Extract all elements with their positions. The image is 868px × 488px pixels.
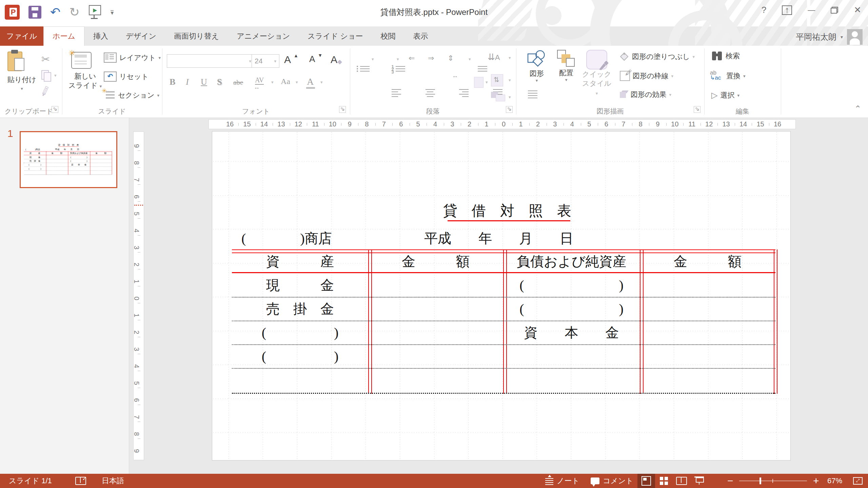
align-left-icon[interactable] [392,88,401,97]
line-spacing-dropdown-icon[interactable]: ▾ [469,57,471,62]
table-cell[interactable] [24,170,46,175]
tab-design[interactable]: デザイン [117,26,165,46]
table-cell[interactable]: ( ) [24,167,46,170]
header-liabilities[interactable]: 負債および純資産 [68,151,90,155]
table-cell[interactable] [68,170,90,175]
table-cell[interactable]: 売 掛 金 [24,159,46,163]
table-cell[interactable] [46,167,68,170]
numbering-dropdown-icon[interactable]: ▾ [397,57,399,62]
paragraph-dialog-launcher-icon[interactable]: ⇘ [506,106,513,113]
decrease-indent-icon[interactable]: ⇐ [409,54,415,63]
table-cell[interactable]: ( ) [68,159,90,163]
restore-icon[interactable] [831,7,838,14]
tab-view[interactable]: 表示 [404,26,437,46]
table-cell[interactable] [90,167,112,170]
bold-button[interactable]: B [170,77,175,87]
header-amount-2[interactable]: 金 額 [640,251,775,272]
clipboard-dialog-launcher-icon[interactable]: ⇘ [52,106,58,113]
sheet-title[interactable]: 貸 借 対 照 表 [434,201,580,220]
table-cell[interactable] [640,297,775,321]
date-line[interactable]: 平成 年 月 日 [55,148,79,151]
header-liabilities[interactable]: 負債および純資産 [503,251,640,272]
shrink-font-button[interactable]: A▼ [309,54,322,64]
increase-indent-icon[interactable]: ⇒ [428,54,434,63]
tab-animations[interactable]: アニメーション [228,26,299,46]
table-cell[interactable] [90,159,112,163]
collapse-ribbon-icon[interactable]: ⌃ [854,104,861,114]
table-cell[interactable]: ( ) [24,163,46,166]
table-cell[interactable] [368,344,503,368]
font-name-dropdown-icon[interactable]: ▾ [249,59,251,64]
date-line[interactable]: 平成 年 月 日 [424,229,573,248]
comments-button[interactable]: コメント [591,474,633,488]
distribute-icon[interactable] [528,90,537,98]
header-asset[interactable]: 資 産 [232,251,368,272]
replace-button[interactable]: ab↳ac 置換▾ [710,70,746,82]
header-amount-1[interactable]: 金 額 [368,251,503,272]
copy-dropdown-icon[interactable]: ▾ [54,73,57,78]
text-shadow-button[interactable]: S [217,77,222,87]
thumbnail-slide-1[interactable]: 貸 借 対 照 表 ( )商店 平成 年 月 日 [20,131,117,188]
clear-formatting-button[interactable]: A◆ [331,54,345,65]
smartart-dropdown-icon[interactable]: ▾ [509,95,511,100]
close-icon[interactable]: ✕ [854,5,861,15]
format-painter-icon[interactable]: 🖉 [39,84,52,98]
table-cell[interactable] [640,321,775,344]
arrange-button[interactable]: 配置 ▾ [553,50,579,82]
zoom-out-button[interactable]: − [727,474,733,488]
notes-button[interactable]: ノート [545,474,579,488]
slide-sorter-button[interactable] [655,474,673,488]
fit-slide-button[interactable]: ⤢ [853,474,863,488]
drawing-dialog-launcher-icon[interactable]: ⇘ [694,106,701,113]
tab-file[interactable]: ファイル [0,26,43,46]
table-cell[interactable]: ( ) [232,321,368,344]
tab-review[interactable]: 校閲 [372,26,404,46]
horizontal-ruler[interactable]: 1615141312111098765432101234567891011121… [209,119,796,129]
bullets-dropdown-icon[interactable]: ▾ [372,57,374,62]
spacing-dropdown-icon[interactable]: ▾ [271,80,274,85]
minimize-icon[interactable]: — [808,6,815,15]
font-name-combobox[interactable]: ▾ [167,54,254,68]
language-indicator[interactable]: 日本語 [102,474,124,488]
slide-canvas[interactable]: 貸 借 対 照 表 ( )商店 平成 年 月 日 [212,131,790,460]
tab-slideshow[interactable]: スライド ショー [299,26,372,46]
shape-fill-button[interactable]: 図形の塗りつぶし▾ [620,52,695,61]
find-button[interactable]: 検索 [711,51,740,61]
columns-dropdown-icon[interactable]: ▾ [486,80,488,85]
text-direction-dropdown-icon[interactable]: ▾ [509,55,511,60]
font-size-dropdown-icon[interactable]: ▾ [274,59,276,64]
vertical-ruler[interactable]: 9876543210123456789 [133,131,144,460]
table-cell[interactable] [368,321,503,344]
table-cell[interactable] [232,368,368,393]
table-cell[interactable]: ( ) [503,297,640,321]
grow-font-button[interactable]: A▲ [284,54,298,65]
italic-button[interactable]: I [186,77,189,87]
table-cell[interactable]: ( ) [68,155,90,159]
table-cell[interactable] [368,297,503,321]
quick-styles-button[interactable]: クイックスタイル ▾ [580,50,613,98]
shop-name-line[interactable]: ( )商店 [241,229,332,248]
text-direction-icon[interactable]: ⇊A [488,52,500,62]
section-button[interactable]: ✳ セクション▾ [104,90,159,100]
table-cell[interactable] [640,344,775,368]
account-area[interactable]: 平岡祐太朗 ▾ [796,29,863,45]
font-size-combobox[interactable]: 24 ▾ [252,54,279,68]
font-color-dropdown-icon[interactable]: ▾ [320,80,323,85]
layout-button[interactable]: レイアウト▾ [104,53,161,63]
shapes-button[interactable]: 図形 ▾ [522,50,551,83]
font-color-button[interactable]: A [307,76,314,87]
reset-button[interactable]: ↶ リセット [104,72,149,82]
columns-icon[interactable] [474,77,484,88]
table-cell[interactable] [368,273,503,297]
zoom-slider[interactable] [739,474,807,488]
table-cell[interactable] [46,163,68,166]
avatar[interactable] [847,29,863,45]
ribbon-display-options-icon[interactable]: ↑ [782,5,792,15]
zoom-in-button[interactable]: + [813,474,819,488]
tab-insert[interactable]: 挿入 [84,26,117,46]
reading-view-button[interactable] [673,474,690,488]
tab-transitions[interactable]: 画面切り替え [165,26,228,46]
table-cell[interactable]: 現 金 [232,273,368,297]
table-cell[interactable] [46,155,68,159]
slide-1[interactable]: 貸 借 対 照 表 ( )商店 平成 年 月 日 [212,131,791,461]
